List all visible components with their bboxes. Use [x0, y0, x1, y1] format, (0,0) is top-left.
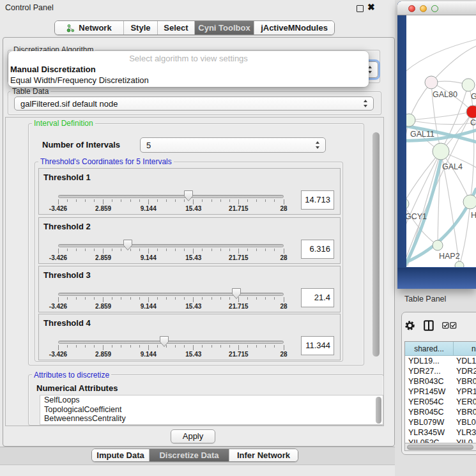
dropdown-item-manual-discretization[interactable]: Manual Discretization	[8, 64, 369, 75]
threshold-3-slider-thumb[interactable]	[231, 288, 242, 300]
slider-tick-label: 28	[268, 205, 300, 212]
slider-tick	[274, 297, 275, 300]
threshold-4-slider-thumb[interactable]	[159, 335, 169, 348]
tab-infer-network[interactable]: Infer Network	[229, 449, 298, 461]
slider-tick	[229, 249, 230, 251]
slider-tick	[193, 249, 194, 254]
tab-select[interactable]: Select	[158, 21, 195, 35]
slider-tick	[130, 199, 131, 202]
table-data-combobox[interactable]: galFiltered.sif default node	[14, 96, 374, 111]
slider-tick	[139, 199, 140, 202]
table-row[interactable]: YBR045CYBR0	[405, 407, 476, 417]
slider-tick	[148, 297, 149, 302]
combo-stepper-icon	[368, 66, 372, 73]
slider-tick	[112, 297, 112, 300]
slider-tick	[157, 345, 158, 348]
slider-tick	[85, 199, 86, 202]
tab-style[interactable]: Style	[124, 21, 158, 35]
slider-tick-label: 9.144	[132, 303, 164, 310]
threshold-2-slider-thumb[interactable]	[123, 239, 133, 251]
table-cell: YBR0	[454, 376, 476, 387]
table-panel-title: Table Panel	[404, 295, 446, 303]
slider-tick-label: 15.43	[178, 351, 210, 358]
table-hscrollbar[interactable]	[404, 443, 476, 451]
dropdown-item-equal-width-frequency-discretization[interactable]: Equal Width/Frequency Discretization	[8, 75, 369, 86]
attribute-item-selfloops[interactable]: SelfLoops	[40, 395, 383, 405]
column-header-shared[interactable]: shared...	[405, 342, 454, 356]
network-icon	[66, 24, 75, 33]
network-node-hap2[interactable]	[433, 240, 443, 250]
network-node-c[interactable]	[466, 105, 476, 118]
network-canvas[interactable]: GAL80GACGAL11GAL4GCY1HHAP2	[406, 15, 476, 267]
num-intervals-combobox[interactable]: 5	[140, 137, 326, 153]
slider-tick	[184, 297, 185, 300]
threshold-1-panel: Threshold 1-3.4262.8599.14415.4321.71528…	[38, 168, 341, 215]
network-node[interactable]	[455, 261, 464, 267]
slider-tick	[121, 297, 121, 300]
network-window-titlebar[interactable]	[397, 1, 476, 15]
list-scrollbar[interactable]	[376, 397, 381, 424]
network-node-gal11[interactable]	[406, 114, 415, 127]
apply-button[interactable]: Apply	[171, 429, 215, 443]
slider-tick-label: 2.859	[88, 254, 119, 261]
slider-tick	[193, 345, 194, 350]
column-header-n[interactable]: n	[454, 342, 476, 356]
table-row[interactable]: YPR145WYPR1	[405, 387, 476, 397]
tab-impute-data[interactable]: Impute Data	[92, 449, 150, 461]
tab-label: Discretize Data	[159, 450, 219, 460]
close-icon[interactable]: ✖	[367, 2, 375, 12]
close-traffic-light-icon[interactable]	[408, 5, 415, 12]
slider-tick	[211, 199, 212, 202]
threshold-3-value-field[interactable]: 21.4	[301, 288, 334, 307]
slider-tick	[175, 345, 176, 348]
slider-track[interactable]	[58, 341, 284, 344]
slider-tick	[202, 345, 203, 348]
attribute-item-topologicalcoefficient[interactable]: TopologicalCoefficient	[40, 405, 383, 415]
slider-tick	[121, 249, 121, 251]
table-hscrollbar-thumb[interactable]	[407, 445, 473, 450]
slider-tick	[220, 297, 221, 300]
float-window-icon[interactable]	[357, 5, 364, 12]
gear-icon[interactable]	[404, 320, 415, 331]
slider-track[interactable]	[58, 244, 284, 247]
threshold-1-value-field[interactable]: 14.713	[301, 190, 334, 210]
slider-track[interactable]	[58, 293, 284, 296]
zoom-traffic-light-icon[interactable]	[431, 5, 438, 12]
table-row[interactable]: YBR043CYBR0	[405, 376, 476, 387]
table-row[interactable]: YBL079WYBL0	[405, 417, 476, 427]
minimize-traffic-light-icon[interactable]	[420, 5, 427, 12]
tab-jactivemnodules[interactable]: jActiveMNodules	[254, 21, 334, 35]
network-node-label: GCY1	[406, 212, 427, 221]
network-node-ga[interactable]	[462, 79, 475, 91]
slider-tick	[76, 297, 77, 300]
table-row[interactable]: YDR27...YDR2	[405, 366, 476, 376]
split-panel-icon[interactable]	[424, 320, 434, 331]
select-columns-icon[interactable]	[442, 322, 457, 329]
network-node-gal80[interactable]	[425, 76, 438, 89]
network-node-gcy1[interactable]	[406, 198, 409, 210]
slider-tick	[184, 345, 185, 348]
network-node-h[interactable]	[463, 195, 476, 209]
network-node-gal4[interactable]	[433, 143, 449, 160]
threshold-2-value-field[interactable]: 6.316	[301, 240, 334, 259]
table-row[interactable]: YLR345WYLR3	[405, 427, 476, 438]
algorithm-dropdown: Select algorithm to view settings Manual…	[8, 51, 369, 87]
slider-tick	[148, 249, 149, 254]
threshold-4-value-field[interactable]: 11.344	[301, 336, 334, 355]
table-cell: YPR145W	[405, 387, 454, 397]
network-node-label: C	[470, 118, 476, 127]
tab-cyni-toolbox[interactable]: Cyni Toolbox	[195, 21, 254, 35]
attribute-item-betweennesscentrality[interactable]: BetweennessCentrality	[40, 414, 383, 424]
network-node-label: H	[471, 211, 476, 220]
settings-scrollbar[interactable]	[372, 132, 380, 357]
threshold-1-slider-thumb[interactable]	[183, 190, 194, 202]
table-row[interactable]: YER054CYER0	[405, 397, 476, 407]
slider-tick	[148, 345, 149, 350]
slider-tick	[274, 249, 275, 251]
slider-tick-label: 9.144	[132, 205, 164, 212]
slider-tick	[284, 199, 284, 204]
slider-track[interactable]	[58, 195, 284, 198]
table-row[interactable]: YDL19...YDL1	[405, 356, 476, 366]
tab-discretize-data[interactable]: Discretize Data	[150, 449, 229, 461]
tab-network[interactable]: Network	[55, 21, 124, 35]
